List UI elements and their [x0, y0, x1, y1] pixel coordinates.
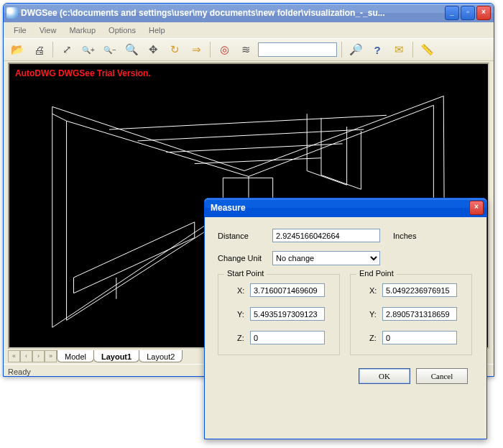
start-x-label: X:	[226, 286, 250, 295]
target-icon[interactable]: ◎	[215, 40, 234, 59]
end-y-input[interactable]	[382, 307, 457, 321]
start-x-input[interactable]	[250, 283, 325, 297]
distance-label: Distance	[218, 232, 272, 240]
svg-line-8	[67, 121, 249, 176]
cancel-button[interactable]: Cancel	[416, 368, 468, 384]
end-z-label: Z:	[358, 334, 382, 342]
separator	[52, 42, 53, 58]
help-icon[interactable]: ?	[368, 40, 387, 59]
start-point-group: Start Point X: Y: Z:	[218, 274, 340, 355]
menu-file[interactable]: File	[8, 24, 32, 36]
distance-unit: Inches	[393, 232, 416, 240]
menu-view[interactable]: View	[34, 24, 63, 36]
svg-line-14	[166, 144, 343, 152]
end-x-label: X:	[358, 286, 382, 295]
svg-line-2	[52, 106, 244, 170]
end-point-group: End Point X: Y: Z:	[350, 274, 472, 355]
tab-layout1[interactable]: Layout1	[93, 350, 139, 362]
change-unit-select[interactable]: No change	[272, 251, 380, 265]
end-y-label: Y:	[358, 310, 382, 319]
end-z-input[interactable]	[382, 331, 457, 344]
measure-dialog: Measure × Distance Inches Change Unit No…	[204, 198, 487, 439]
open-icon[interactable]: 📂	[8, 40, 27, 59]
tab-last-button[interactable]: »	[45, 350, 57, 362]
change-unit-label: Change Unit	[218, 254, 272, 262]
dialog-close-button[interactable]: ×	[469, 201, 484, 215]
start-point-title: Start Point	[224, 269, 267, 278]
distance-input[interactable]	[272, 229, 380, 242]
scale-icon[interactable]: 📏	[417, 40, 436, 59]
start-z-label: Z:	[226, 334, 250, 342]
tab-next-button[interactable]: ›	[32, 350, 45, 362]
find-folder-icon[interactable]: 🔎	[346, 40, 365, 59]
tab-prev-button[interactable]: ‹	[20, 350, 32, 362]
svg-line-3	[244, 96, 443, 171]
menu-markup[interactable]: Markup	[63, 24, 101, 36]
start-z-input[interactable]	[250, 331, 325, 344]
separator	[210, 42, 211, 58]
svg-line-10	[249, 105, 433, 176]
zoom-out-icon[interactable]: 🔍−	[101, 40, 119, 59]
menu-help[interactable]: Help	[143, 24, 171, 36]
tab-model[interactable]: Model	[57, 350, 94, 362]
app-icon	[6, 7, 18, 19]
window-title: DWGSee (c:\documents and settings\user\m…	[21, 8, 442, 18]
mail-icon[interactable]: ✉	[389, 40, 408, 59]
main-titlebar[interactable]: DWGSee (c:\documents and settings\user\m…	[4, 4, 494, 22]
maximize-button[interactable]: ▫	[461, 6, 475, 20]
svg-line-12	[109, 115, 387, 129]
dialog-title: Measure	[208, 203, 466, 213]
svg-line-6	[52, 114, 67, 121]
toolbar: 📂 🖨 ⤢ 🔍+ 🔍− 🔍 ✥ ↻ ⇒ ◎ ≋ 🔎 ? ✉ 📏	[4, 38, 494, 61]
tab-first-button[interactable]: «	[8, 350, 20, 362]
end-point-title: End Point	[356, 269, 397, 278]
menu-options[interactable]: Options	[103, 24, 142, 36]
separator	[341, 42, 342, 58]
layers-icon[interactable]: ≋	[236, 40, 255, 59]
status-text: Ready	[8, 367, 31, 376]
zoom-icon[interactable]: 🔍	[122, 40, 141, 59]
start-y-input[interactable]	[250, 307, 325, 321]
zoom-in-icon[interactable]: 🔍+	[79, 40, 98, 59]
layer-input[interactable]	[258, 42, 337, 57]
minimize-button[interactable]: _	[445, 6, 459, 20]
svg-line-13	[138, 129, 364, 141]
redo-icon[interactable]: ⇒	[187, 40, 206, 59]
ok-button[interactable]: OK	[359, 368, 410, 384]
zoom-fit-icon[interactable]: ⤢	[57, 40, 76, 59]
menubar: File View Markup Options Help	[4, 22, 494, 38]
tab-layout2[interactable]: Layout2	[139, 350, 183, 362]
separator	[412, 42, 413, 58]
rotate-icon[interactable]: ↻	[165, 40, 184, 59]
print-icon[interactable]: 🖨	[29, 40, 48, 59]
close-button[interactable]: ×	[476, 6, 491, 20]
start-y-label: Y:	[226, 310, 250, 319]
pan-icon[interactable]: ✥	[144, 40, 162, 59]
dialog-titlebar[interactable]: Measure ×	[205, 198, 486, 217]
end-x-input[interactable]	[382, 283, 457, 297]
